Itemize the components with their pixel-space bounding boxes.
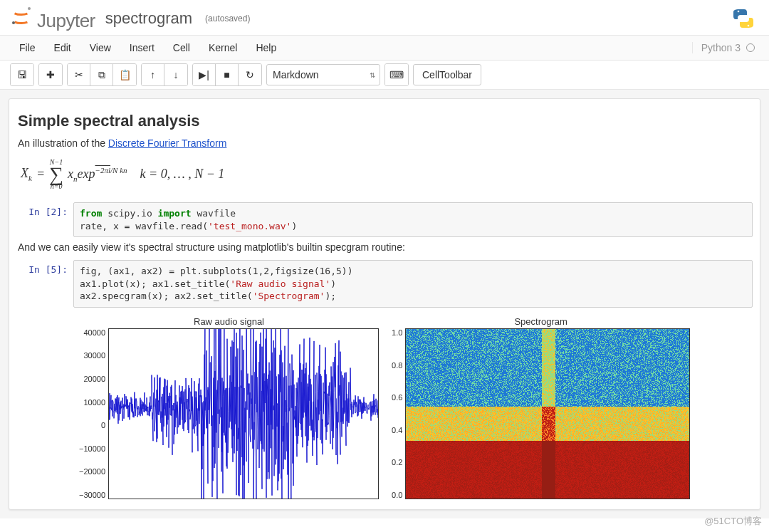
jupyter-logo[interactable]: Jupyter [10, 4, 95, 32]
notebook-name[interactable]: spectrogram [105, 9, 192, 28]
kernel-name: Python 3 [701, 42, 741, 53]
brand-text: Jupyter [37, 10, 95, 32]
page-title: Simple spectral analysis [18, 112, 755, 130]
run-button[interactable]: ▶| [193, 64, 216, 85]
toolbar: 🖫 ✚ ✂ ⧉ 📋 ↑ ↓ ▶| ■ ↻ Markdown ⌨ CellTool… [0, 61, 769, 90]
svg-point-3 [12, 21, 15, 24]
command-palette-button[interactable]: ⌨ [385, 64, 408, 85]
autosave-status: (autosaved) [205, 14, 250, 24]
add-cell-button[interactable]: ✚ [39, 64, 62, 85]
restart-button[interactable]: ↻ [239, 64, 261, 85]
dft-link[interactable]: Discrete Fourier Transform [108, 137, 226, 149]
kernel-idle-icon [746, 43, 755, 52]
code-cell-1[interactable]: In [2]: from scipy.io import wavfile rat… [16, 202, 753, 237]
menu-cell[interactable]: Cell [164, 36, 199, 60]
paste-button[interactable]: 📋 [113, 64, 136, 85]
code-area-2[interactable]: fig, (ax1, ax2) = plt.subplots(1,2,figsi… [73, 260, 753, 308]
move-up-button[interactable]: ↑ [142, 64, 164, 85]
kernel-indicator[interactable]: Python 3 [692, 42, 759, 53]
stop-button[interactable]: ■ [216, 64, 239, 85]
notebook-container: Simple spectral analysis An illustration… [9, 98, 760, 510]
yticks-spec: 1.00.80.60.40.20.0 [392, 328, 405, 499]
svg-point-2 [28, 7, 31, 10]
cell-toolbar-button[interactable]: CellToolbar [413, 64, 481, 85]
menu-insert[interactable]: Insert [120, 36, 164, 60]
code-cell-2[interactable]: In [5]: fig, (ax1, ax2) = plt.subplots(1… [16, 260, 753, 308]
copy-button[interactable]: ⧉ [90, 64, 113, 85]
svg-point-4 [738, 10, 740, 12]
jupyter-icon [10, 4, 33, 27]
plot-raw-audio: Raw audio signal 400003000020000100000−1… [79, 316, 379, 499]
menu-help[interactable]: Help [246, 36, 286, 60]
menu-kernel[interactable]: Kernel [199, 36, 246, 60]
prompt-1: In [2]: [16, 202, 73, 237]
save-button[interactable]: 🖫 [11, 64, 33, 85]
python-icon [732, 7, 755, 30]
code-1: from scipy.io import wavfile rate, x = w… [80, 207, 746, 232]
output-plots: Raw audio signal 400003000020000100000−1… [14, 312, 755, 499]
cut-button[interactable]: ✂ [68, 64, 90, 85]
menu-edit[interactable]: Edit [45, 36, 80, 60]
cell-type-select[interactable]: Markdown [266, 64, 380, 85]
plot-box-spec [405, 328, 690, 499]
plot-box-raw [108, 328, 379, 499]
move-down-button[interactable]: ↓ [164, 64, 187, 85]
watermark: @51CTO博客 [704, 515, 762, 518]
svg-point-1 [13, 17, 30, 24]
code-area-1[interactable]: from scipy.io import wavfile rate, x = w… [73, 202, 753, 237]
intro-text: An illustration of the Discrete Fourier … [18, 137, 755, 149]
menu-view[interactable]: View [80, 36, 120, 60]
svg-point-0 [13, 9, 30, 15]
code-2: fig, (ax1, ax2) = plt.subplots(1,2,figsi… [80, 265, 746, 303]
menu-file[interactable]: File [10, 36, 45, 60]
prompt-2: In [5]: [16, 260, 73, 308]
math-formula: Xk = N−1∑n=0 xnexp−2πi/N kn k = 0, … , N… [21, 159, 748, 189]
plot-spectrogram: Spectrogram 1.00.80.60.40.20.0 [392, 316, 690, 499]
paragraph-2: And we can easily view it's spectral str… [18, 241, 755, 253]
header: Jupyter spectrogram (autosaved) [0, 0, 769, 35]
svg-point-5 [748, 24, 750, 26]
yticks-raw: 400003000020000100000−10000−20000−30000 [79, 328, 108, 499]
menubar: File Edit View Insert Cell Kernel Help P… [0, 35, 769, 61]
